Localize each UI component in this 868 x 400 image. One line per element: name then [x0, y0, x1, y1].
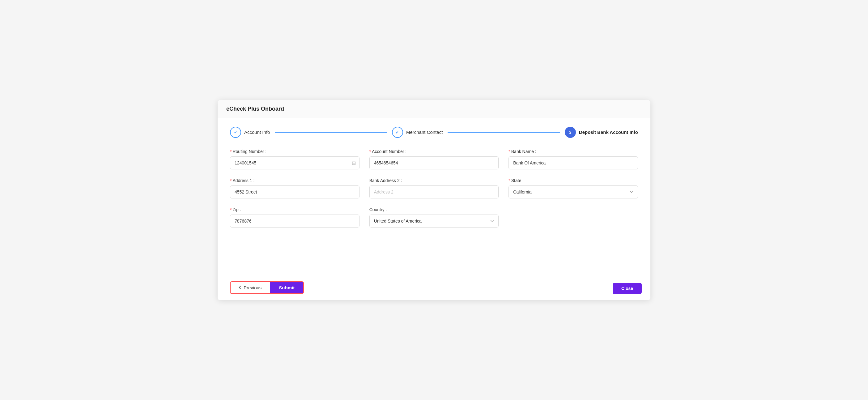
bank-name-label: *Bank Name :	[508, 149, 638, 154]
step-2-label: Merchant Contact	[406, 129, 443, 135]
bank-card-icon: ⊟	[352, 160, 356, 166]
modal-footer: Previous Submit	[218, 275, 650, 300]
close-button[interactable]: Close	[613, 283, 642, 294]
address2-input[interactable]	[369, 185, 499, 198]
country-select[interactable]: United States of America	[369, 215, 499, 227]
app-title: eCheck Plus Onboard	[226, 106, 284, 112]
bank-name-input[interactable]	[508, 156, 638, 170]
zip-label: *Zip :	[230, 207, 360, 212]
step-3-circle: 3	[565, 127, 576, 138]
state-label: *State :	[508, 178, 638, 183]
required-star-routing: *	[230, 149, 231, 154]
step-1-label: Account Info	[244, 129, 270, 135]
routing-number-label: *Routing Number :	[230, 149, 360, 154]
action-button-group: Previous Submit	[230, 281, 304, 294]
address1-input[interactable]	[230, 185, 360, 198]
stepper: ✓ Account Info ✓ Merchant Contact 3 Depo…	[230, 127, 638, 138]
chevron-left-icon	[239, 286, 242, 289]
step-account-info: ✓ Account Info	[230, 127, 270, 138]
submit-button[interactable]: Submit	[270, 282, 303, 294]
form-grid: *Routing Number : ⊟ *Account Number : *B…	[230, 149, 638, 227]
zip-group: *Zip :	[230, 207, 360, 227]
required-star-address1: *	[230, 178, 231, 183]
step-3-label: Deposit Bank Account Info	[579, 129, 638, 135]
required-star-account: *	[369, 149, 371, 154]
step-line-2	[447, 132, 560, 133]
required-star-bank: *	[508, 149, 510, 154]
address2-group: Bank Address 2 :	[369, 178, 499, 198]
required-star-zip: *	[230, 207, 231, 212]
modal-container: eCheck Plus Onboard ✓ Account Info ✓ Mer…	[218, 100, 650, 300]
address2-label: Bank Address 2 :	[369, 178, 499, 183]
step-1-circle: ✓	[230, 127, 241, 138]
bank-name-group: *Bank Name :	[508, 149, 638, 170]
zip-input[interactable]	[230, 215, 360, 227]
account-number-label: *Account Number :	[369, 149, 499, 154]
required-star-state: *	[508, 178, 510, 183]
step-merchant-contact: ✓ Merchant Contact	[392, 127, 443, 138]
previous-button[interactable]: Previous	[230, 282, 270, 294]
modal-body: ✓ Account Info ✓ Merchant Contact 3 Depo…	[218, 118, 650, 275]
step-2-circle: ✓	[392, 127, 403, 138]
routing-number-group: *Routing Number : ⊟	[230, 149, 360, 170]
step-line-1	[275, 132, 387, 133]
country-group: Country : United States of America	[369, 207, 499, 227]
state-select[interactable]: California	[508, 185, 638, 198]
account-number-group: *Account Number :	[369, 149, 499, 170]
modal-header: eCheck Plus Onboard	[218, 100, 650, 118]
address1-group: *Address 1 :	[230, 178, 360, 198]
address1-label: *Address 1 :	[230, 178, 360, 183]
check-icon-2: ✓	[395, 129, 399, 135]
account-number-input[interactable]	[369, 156, 499, 170]
state-group: *State : California	[508, 178, 638, 198]
country-label: Country :	[369, 207, 499, 212]
routing-number-input-wrapper: ⊟	[230, 156, 360, 170]
step-deposit-bank: 3 Deposit Bank Account Info	[565, 127, 638, 138]
check-icon-1: ✓	[234, 129, 238, 135]
routing-number-input[interactable]	[230, 156, 360, 170]
step-3-number: 3	[569, 130, 571, 135]
